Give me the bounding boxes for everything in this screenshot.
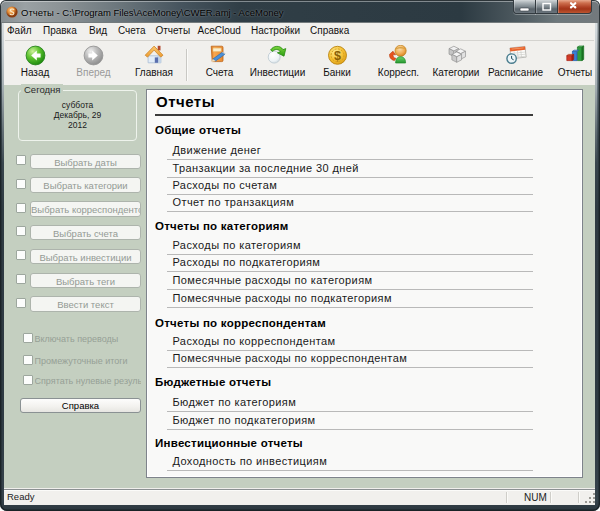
svg-text:$: $ [334,49,341,63]
